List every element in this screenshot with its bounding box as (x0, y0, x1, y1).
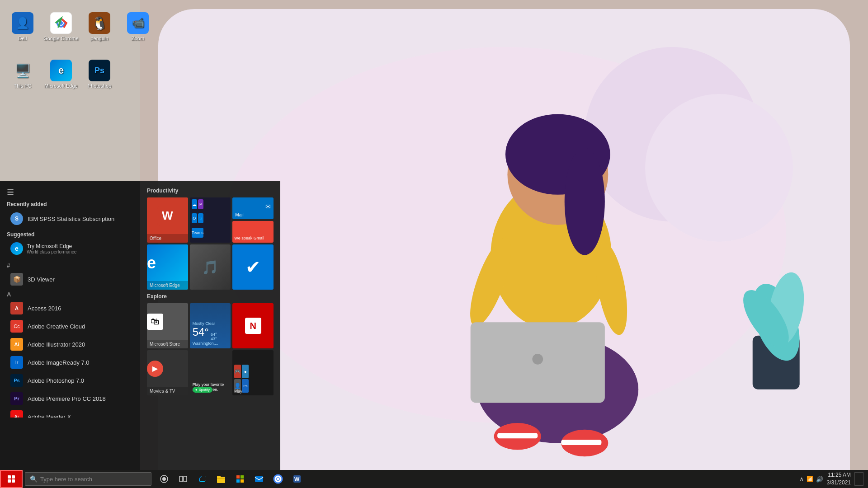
taskbar-multitask[interactable] (174, 470, 192, 488)
taskbar-task-view[interactable] (155, 470, 173, 488)
taskbar-chrome[interactable] (269, 470, 287, 488)
windows-logo-icon (8, 475, 15, 483)
svg-rect-32 (241, 475, 244, 479)
tile-microsoft-store[interactable]: 🛍 Microsoft Store (147, 303, 188, 348)
app-adobe-premiere[interactable]: Pr Adobe Premiere Pro CC 2018 (7, 389, 133, 408)
app-ibm-spss[interactable]: S IBM SPSS Statistics Subscription (7, 210, 133, 228)
tile-office[interactable]: W Office (147, 197, 188, 243)
taskbar-right: ∧ 📶 🔊 11:25 AM 3/31/2021 (799, 471, 868, 487)
explore-title: Explore (147, 293, 274, 300)
desktop: 👤 Dell Google Chrome 🐧 penguin 📹 Zoom � (0, 0, 868, 488)
start-button[interactable] (0, 470, 23, 488)
start-menu: ☰ Recently added S IBM SPSS Statistics S… (0, 181, 280, 470)
suggested-section: Suggested e Try Microsoft Edge World cla… (0, 231, 140, 259)
start-menu-header: ☰ (0, 181, 140, 201)
tile-mail[interactable]: Mail ✉ (232, 197, 274, 219)
desktop-icon-penguin[interactable]: 🐧 penguin (81, 5, 118, 50)
suggested-title: Suggested (7, 231, 133, 238)
tray-volume-icon[interactable]: 🔊 (816, 476, 823, 483)
taskbar-file-explorer[interactable] (212, 470, 230, 488)
clock-time: 11:25 AM (827, 471, 851, 479)
svg-point-11 (565, 148, 605, 255)
svg-point-2 (645, 94, 793, 242)
app-adobe-imageready[interactable]: Ir Adobe ImageReady 7.0 (7, 353, 133, 371)
app-access[interactable]: A Access 2016 (7, 299, 133, 317)
tile-weather[interactable]: Mostly Clear 54° 64° 43° Washington,... (190, 303, 231, 348)
svg-rect-25 (179, 476, 183, 482)
taskbar-pinned-apps: W (155, 470, 306, 488)
desktop-icon-edge[interactable]: e Microsoft Edge (43, 52, 79, 97)
svg-point-39 (277, 478, 279, 480)
tile-play[interactable]: 🎮 ● 👤 Ps Play (232, 350, 274, 395)
taskbar: 🔍 (0, 470, 868, 488)
recently-added-section: Recently added S IBM SPSS Statistics Sub… (0, 201, 140, 231)
svg-rect-35 (255, 476, 263, 482)
tray-network-icon[interactable]: 📶 (807, 476, 813, 482)
tile-photo[interactable]: 🎵 (190, 244, 231, 290)
app-adobe-photoshop[interactable]: Ps Adobe Photoshop 7.0 (7, 371, 133, 389)
desktop-icon-this-pc[interactable]: 🖥️ This PC (5, 52, 41, 97)
tile-spotify[interactable]: Play your favorite music for free. ●Spot… (190, 350, 231, 395)
svg-text:W: W (294, 476, 300, 483)
msstore-label: Microsoft Store (147, 340, 188, 348)
taskbar-microsoft-store[interactable] (231, 470, 249, 488)
app-adobe-cc[interactable]: Cc Adobe Creative Cloud (7, 317, 133, 335)
taskbar-word[interactable]: W (288, 470, 306, 488)
alpha-divider-hash[interactable]: # (7, 259, 133, 270)
search-icon: 🔍 (30, 475, 38, 483)
app-adobe-illustrator[interactable]: Ai Adobe Illustrator 2020 (7, 335, 133, 353)
taskbar-edge[interactable] (193, 470, 211, 488)
svg-rect-26 (184, 476, 187, 482)
desktop-icon-dell[interactable]: 👤 Dell (5, 5, 41, 50)
desktop-icons: 👤 Dell Google Chrome 🐧 penguin 📹 Zoom � (5, 5, 156, 97)
app-3d-viewer[interactable]: 📦 3D Viewer (7, 270, 133, 288)
desktop-icon-photoshop[interactable]: Ps Photoshop (81, 52, 118, 97)
clock-date: 3/31/2021 (827, 479, 851, 487)
desktop-icon-zoom[interactable]: 📹 Zoom (120, 5, 156, 50)
svg-point-15 (532, 354, 543, 365)
desktop-icon-chrome[interactable]: Google Chrome (43, 5, 79, 50)
recently-added-title: Recently added (7, 201, 133, 207)
svg-rect-31 (236, 475, 240, 479)
system-tray: ∧ 📶 🔊 (799, 475, 823, 483)
tile-we-speak-gmail[interactable]: We speak Gmail (232, 221, 274, 243)
notification-panel-button[interactable] (854, 472, 863, 486)
tile-365-apps[interactable]: ☁ P O S Teams (190, 197, 231, 243)
svg-rect-33 (236, 479, 240, 483)
hamburger-icon[interactable]: ☰ (7, 188, 14, 197)
search-input[interactable] (40, 476, 146, 483)
start-menu-tiles: Productivity W Office ☁ (140, 181, 280, 470)
taskbar-mail[interactable] (250, 470, 268, 488)
svg-rect-18 (497, 433, 538, 438)
app-list: # 📦 3D Viewer A A Access 2016 Cc (0, 259, 140, 418)
svg-point-24 (162, 477, 166, 481)
tile-check[interactable]: ✔ (232, 244, 274, 290)
alpha-divider-a[interactable]: A (7, 288, 133, 299)
tile-movies[interactable]: ▶ Movies & TV (147, 350, 188, 395)
svg-rect-34 (241, 479, 244, 483)
svg-rect-19 (561, 440, 601, 445)
edge-suggestion[interactable]: e Try Microsoft Edge World class perform… (7, 240, 133, 257)
svg-rect-30 (217, 478, 225, 479)
start-menu-left-panel: ☰ Recently added S IBM SPSS Statistics S… (0, 181, 140, 470)
search-bar[interactable]: 🔍 (25, 472, 151, 486)
productivity-title: Productivity (147, 188, 274, 194)
tile-news[interactable]: N (232, 303, 274, 348)
tray-expand-icon[interactable]: ∧ (799, 475, 804, 483)
edge-suggestion-icon: e (10, 242, 23, 255)
clock[interactable]: 11:25 AM 3/31/2021 (827, 471, 851, 487)
tile-microsoft-edge[interactable]: e Microsoft Edge (147, 244, 188, 290)
app-adobe-reader[interactable]: Ar Adobe Reader X (7, 408, 133, 418)
